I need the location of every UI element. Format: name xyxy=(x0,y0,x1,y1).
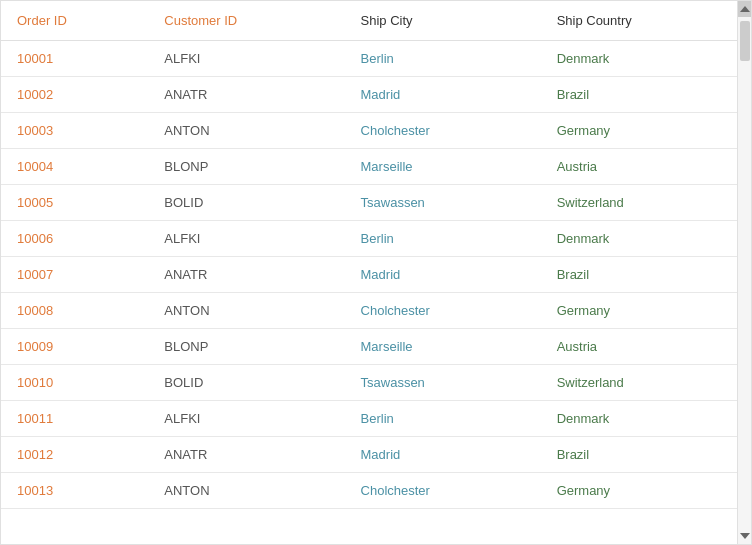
table-row: 10003ANTONCholchesterGermany xyxy=(1,113,737,149)
cell-order-id: 10006 xyxy=(1,221,148,257)
table-row: 10009BLONPMarseilleAustria xyxy=(1,329,737,365)
cell-ship-country: Brazil xyxy=(541,77,737,113)
cell-customer-id: ANTON xyxy=(148,113,344,149)
cell-customer-id: BLONP xyxy=(148,329,344,365)
cell-order-id: 10011 xyxy=(1,401,148,437)
cell-ship-city: Berlin xyxy=(345,221,541,257)
cell-customer-id: ALFKI xyxy=(148,41,344,77)
cell-order-id: 10002 xyxy=(1,77,148,113)
cell-ship-city: Marseille xyxy=(345,329,541,365)
table-row: 10001ALFKIBerlinDenmark xyxy=(1,41,737,77)
data-grid: Order ID Customer ID Ship City Ship Coun… xyxy=(0,0,752,545)
cell-customer-id: ANATR xyxy=(148,77,344,113)
table-row: 10010BOLIDTsawassenSwitzerland xyxy=(1,365,737,401)
cell-ship-city: Tsawassen xyxy=(345,185,541,221)
cell-order-id: 10004 xyxy=(1,149,148,185)
cell-customer-id: BLONP xyxy=(148,149,344,185)
cell-customer-id: ALFKI xyxy=(148,401,344,437)
cell-ship-city: Tsawassen xyxy=(345,365,541,401)
cell-order-id: 10012 xyxy=(1,437,148,473)
scrollbar-thumb[interactable] xyxy=(740,21,750,61)
cell-ship-country: Denmark xyxy=(541,221,737,257)
cell-ship-city: Cholchester xyxy=(345,113,541,149)
table-row: 10013ANTONCholchesterGermany xyxy=(1,473,737,509)
table-row: 10011ALFKIBerlinDenmark xyxy=(1,401,737,437)
cell-ship-city: Madrid xyxy=(345,257,541,293)
scrollbar-down-button[interactable] xyxy=(738,528,752,544)
table-row: 10008ANTONCholchesterGermany xyxy=(1,293,737,329)
header-row: Order ID Customer ID Ship City Ship Coun… xyxy=(1,1,737,41)
cell-ship-city: Madrid xyxy=(345,437,541,473)
col-header-customer-id[interactable]: Customer ID xyxy=(148,1,344,41)
cell-customer-id: ANATR xyxy=(148,437,344,473)
cell-ship-country: Denmark xyxy=(541,41,737,77)
data-table: Order ID Customer ID Ship City Ship Coun… xyxy=(1,1,737,509)
cell-ship-city: Marseille xyxy=(345,149,541,185)
grid-content: Order ID Customer ID Ship City Ship Coun… xyxy=(1,1,737,544)
cell-ship-country: Brazil xyxy=(541,257,737,293)
table-row: 10007ANATRMadridBrazil xyxy=(1,257,737,293)
cell-ship-country: Austria xyxy=(541,149,737,185)
cell-ship-country: Switzerland xyxy=(541,365,737,401)
cell-order-id: 10009 xyxy=(1,329,148,365)
cell-ship-country: Brazil xyxy=(541,437,737,473)
cell-order-id: 10003 xyxy=(1,113,148,149)
cell-ship-country: Denmark xyxy=(541,401,737,437)
scrollbar-track[interactable] xyxy=(737,1,751,544)
cell-ship-country: Germany xyxy=(541,293,737,329)
cell-customer-id: ANTON xyxy=(148,473,344,509)
cell-order-id: 10005 xyxy=(1,185,148,221)
cell-customer-id: ALFKI xyxy=(148,221,344,257)
cell-ship-city: Cholchester xyxy=(345,293,541,329)
cell-customer-id: ANTON xyxy=(148,293,344,329)
cell-customer-id: BOLID xyxy=(148,365,344,401)
cell-order-id: 10007 xyxy=(1,257,148,293)
cell-ship-country: Switzerland xyxy=(541,185,737,221)
cell-order-id: 10001 xyxy=(1,41,148,77)
table-row: 10005BOLIDTsawassenSwitzerland xyxy=(1,185,737,221)
cell-ship-city: Berlin xyxy=(345,401,541,437)
cell-ship-country: Germany xyxy=(541,473,737,509)
scrollbar-up-button[interactable] xyxy=(738,1,752,17)
cell-customer-id: ANATR xyxy=(148,257,344,293)
cell-order-id: 10010 xyxy=(1,365,148,401)
cell-customer-id: BOLID xyxy=(148,185,344,221)
cell-ship-country: Germany xyxy=(541,113,737,149)
col-header-order-id[interactable]: Order ID xyxy=(1,1,148,41)
col-header-ship-country[interactable]: Ship Country xyxy=(541,1,737,41)
cell-ship-city: Madrid xyxy=(345,77,541,113)
cell-order-id: 10008 xyxy=(1,293,148,329)
table-row: 10004BLONPMarseilleAustria xyxy=(1,149,737,185)
table-row: 10006ALFKIBerlinDenmark xyxy=(1,221,737,257)
cell-order-id: 10013 xyxy=(1,473,148,509)
cell-ship-city: Berlin xyxy=(345,41,541,77)
cell-ship-city: Cholchester xyxy=(345,473,541,509)
table-row: 10012ANATRMadridBrazil xyxy=(1,437,737,473)
cell-ship-country: Austria xyxy=(541,329,737,365)
col-header-ship-city[interactable]: Ship City xyxy=(345,1,541,41)
table-row: 10002ANATRMadridBrazil xyxy=(1,77,737,113)
